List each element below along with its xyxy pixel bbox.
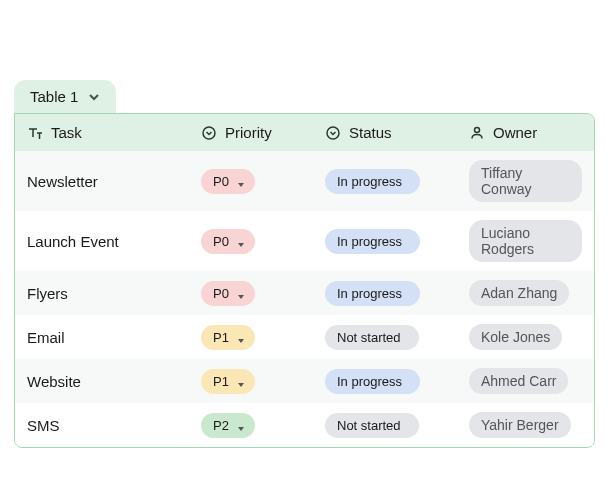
svg-point-1	[327, 127, 339, 139]
priority-cell: P1	[201, 369, 321, 394]
task-name: Website	[27, 373, 81, 390]
column-header-status[interactable]: Status	[325, 124, 465, 141]
status-label: Not started	[337, 330, 401, 345]
status-cell: In progress	[325, 369, 465, 394]
task-cell: SMS	[27, 417, 197, 434]
priority-pill[interactable]: P0	[201, 281, 255, 306]
svg-marker-13	[238, 427, 244, 431]
table-row: EmailP1Not startedKole Jones	[15, 315, 594, 359]
priority-cell: P2	[201, 413, 321, 438]
column-header-owner[interactable]: Owner	[469, 124, 582, 141]
status-label: In progress	[337, 374, 402, 389]
caret-down-icon	[237, 377, 245, 385]
table-row: NewsletterP0In progressTiffany Conway	[15, 151, 594, 211]
owner-cell: Luciano Rodgers	[469, 220, 582, 262]
svg-marker-5	[238, 243, 244, 247]
svg-marker-3	[238, 183, 244, 187]
owner-cell: Kole Jones	[469, 324, 582, 350]
status-cell: Not started	[325, 413, 465, 438]
owner-cell: Yahir Berger	[469, 412, 582, 438]
column-header-label: Task	[51, 124, 82, 141]
priority-label: P1	[213, 330, 229, 345]
task-cell: Launch Event	[27, 233, 197, 250]
task-name: SMS	[27, 417, 60, 434]
task-cell: Flyers	[27, 285, 197, 302]
status-pill[interactable]: In progress	[325, 369, 420, 394]
column-header-label: Owner	[493, 124, 537, 141]
status-pill[interactable]: In progress	[325, 281, 420, 306]
column-header-priority[interactable]: Priority	[201, 124, 321, 141]
owner-cell: Ahmed Carr	[469, 368, 582, 394]
owner-cell: Adan Zhang	[469, 280, 582, 306]
status-cell: In progress	[325, 169, 465, 194]
svg-point-0	[203, 127, 215, 139]
caret-down-icon	[237, 421, 245, 429]
table-row: WebsiteP1In progressAhmed Carr	[15, 359, 594, 403]
task-name: Launch Event	[27, 233, 119, 250]
priority-cell: P1	[201, 325, 321, 350]
table-row: FlyersP0In progressAdan Zhang	[15, 271, 594, 315]
priority-cell: P0	[201, 281, 321, 306]
dropdown-circle-icon	[201, 125, 217, 141]
svg-point-2	[475, 127, 480, 132]
status-cell: In progress	[325, 281, 465, 306]
owner-name: Kole Jones	[481, 329, 550, 345]
priority-label: P0	[213, 286, 229, 301]
task-table: Task Priority Status Owner NewsletterP0I…	[14, 113, 595, 448]
table-header-row: Task Priority Status Owner	[15, 114, 594, 151]
owner-cell: Tiffany Conway	[469, 160, 582, 202]
status-label: Not started	[337, 418, 401, 433]
status-label: In progress	[337, 286, 402, 301]
task-cell: Newsletter	[27, 173, 197, 190]
task-name: Email	[27, 329, 65, 346]
chevron-down-icon	[88, 91, 100, 103]
owner-name: Tiffany Conway	[481, 165, 570, 197]
caret-down-icon	[237, 333, 245, 341]
status-pill[interactable]: In progress	[325, 169, 420, 194]
svg-marker-9	[238, 339, 244, 343]
table-tab[interactable]: Table 1	[14, 80, 116, 113]
caret-down-icon	[237, 237, 245, 245]
column-header-task[interactable]: Task	[27, 124, 197, 141]
status-label: In progress	[337, 174, 402, 189]
column-header-label: Status	[349, 124, 392, 141]
owner-pill[interactable]: Adan Zhang	[469, 280, 569, 306]
svg-marker-11	[238, 383, 244, 387]
owner-pill[interactable]: Yahir Berger	[469, 412, 571, 438]
priority-pill[interactable]: P0	[201, 229, 255, 254]
status-pill[interactable]: In progress	[325, 229, 420, 254]
priority-pill[interactable]: P1	[201, 325, 255, 350]
status-pill[interactable]: Not started	[325, 413, 419, 438]
text-type-icon	[27, 125, 43, 141]
svg-marker-7	[238, 295, 244, 299]
owner-pill[interactable]: Tiffany Conway	[469, 160, 582, 202]
owner-name: Adan Zhang	[481, 285, 557, 301]
owner-name: Yahir Berger	[481, 417, 559, 433]
priority-pill[interactable]: P2	[201, 413, 255, 438]
priority-cell: P0	[201, 169, 321, 194]
priority-pill[interactable]: P1	[201, 369, 255, 394]
task-name: Newsletter	[27, 173, 98, 190]
priority-pill[interactable]: P0	[201, 169, 255, 194]
priority-cell: P0	[201, 229, 321, 254]
owner-pill[interactable]: Luciano Rodgers	[469, 220, 582, 262]
person-icon	[469, 125, 485, 141]
status-pill[interactable]: Not started	[325, 325, 419, 350]
status-label: In progress	[337, 234, 402, 249]
priority-label: P0	[213, 234, 229, 249]
task-name: Flyers	[27, 285, 68, 302]
owner-pill[interactable]: Kole Jones	[469, 324, 562, 350]
status-cell: Not started	[325, 325, 465, 350]
task-cell: Website	[27, 373, 197, 390]
table-tab-label: Table 1	[30, 88, 78, 105]
owner-name: Ahmed Carr	[481, 373, 556, 389]
column-header-label: Priority	[225, 124, 272, 141]
table-row: SMSP2Not startedYahir Berger	[15, 403, 594, 447]
caret-down-icon	[237, 289, 245, 297]
status-cell: In progress	[325, 229, 465, 254]
table-row: Launch EventP0In progressLuciano Rodgers	[15, 211, 594, 271]
owner-name: Luciano Rodgers	[481, 225, 570, 257]
task-cell: Email	[27, 329, 197, 346]
priority-label: P0	[213, 174, 229, 189]
owner-pill[interactable]: Ahmed Carr	[469, 368, 568, 394]
